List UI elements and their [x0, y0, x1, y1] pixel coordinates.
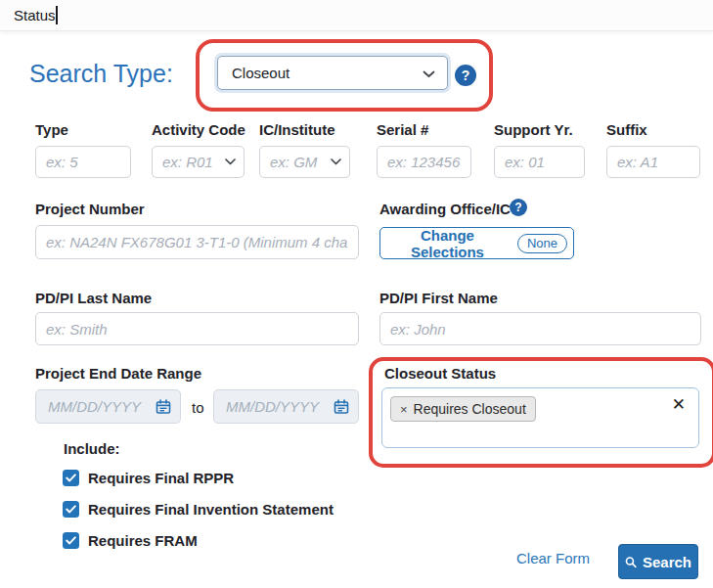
- serial-input[interactable]: [377, 146, 471, 178]
- support-yr-input[interactable]: [494, 146, 585, 178]
- date-from-input[interactable]: [36, 398, 156, 415]
- checkbox-requires-fram[interactable]: Requires FRAM: [63, 532, 198, 549]
- help-icon-search-type[interactable]: ?: [455, 65, 476, 86]
- project-number-label: Project Number: [35, 201, 145, 217]
- pdpi-first-name-input[interactable]: [379, 312, 701, 345]
- awarding-office-label: Awarding Office/IC: [379, 201, 511, 217]
- search-type-label: Search Type:: [29, 60, 173, 88]
- checkbox-requires-final-rppr[interactable]: Requires Final RPPR: [63, 470, 234, 486]
- ic-institute-dropdown[interactable]: [259, 146, 350, 178]
- support-yr-label: Support Yr.: [494, 121, 573, 138]
- search-button-label: Search: [643, 554, 691, 570]
- suffix-input[interactable]: [606, 146, 700, 178]
- tag-label: Requires Closeout: [414, 401, 526, 417]
- chevron-down-icon: [331, 158, 341, 165]
- closeout-status-label: Closeout Status: [384, 365, 496, 382]
- type-input[interactable]: [35, 146, 131, 178]
- suffix-label: Suffix: [606, 121, 647, 138]
- tab-status[interactable]: Status: [14, 7, 56, 23]
- project-number-input[interactable]: [35, 225, 359, 259]
- activity-code-dropdown[interactable]: [152, 146, 245, 178]
- serial-label: Serial #: [377, 121, 428, 138]
- clear-selection-icon[interactable]: ✕: [672, 396, 686, 413]
- calendar-icon: [156, 399, 171, 415]
- ic-institute-input[interactable]: [260, 154, 331, 170]
- clear-form-link[interactable]: Clear Form: [516, 550, 590, 566]
- checkbox-checked-icon[interactable]: [63, 470, 79, 486]
- calendar-icon: [334, 399, 349, 415]
- include-label: Include:: [64, 440, 120, 457]
- checkbox-label: Requires FRAM: [88, 532, 198, 549]
- search-type-dropdown[interactable]: Closeout: [217, 56, 448, 90]
- checkbox-requires-final-invention-statement[interactable]: Requires Final Invention Statement: [63, 501, 334, 518]
- selected-tag-requires-closeout[interactable]: × Requires Closeout: [390, 396, 536, 422]
- date-from-field[interactable]: [35, 389, 181, 424]
- checkbox-checked-icon[interactable]: [63, 501, 79, 518]
- tab-bar: Status: [0, 0, 713, 31]
- tag-remove-icon[interactable]: ×: [400, 402, 408, 417]
- search-icon: [625, 555, 637, 569]
- search-type-value: Closeout: [232, 65, 290, 81]
- pdpi-last-name-label: PD/PI Last Name: [35, 290, 152, 306]
- closeout-status-multiselect[interactable]: × Requires Closeout ✕: [381, 387, 699, 448]
- closeout-search-page: Status Search Type: Closeout ? Type Acti…: [0, 0, 713, 588]
- type-label: Type: [35, 121, 68, 138]
- checkbox-label: Requires Final Invention Statement: [88, 501, 334, 518]
- date-range-separator: to: [192, 399, 204, 416]
- date-range-label: Project End Date Range: [35, 365, 201, 382]
- date-to-input[interactable]: [214, 398, 334, 415]
- help-icon-awarding-office[interactable]: ?: [510, 199, 527, 216]
- activity-code-label: Activity Code: [152, 121, 245, 138]
- ic-institute-label: IC/Institute: [259, 121, 335, 138]
- chevron-down-icon: [225, 158, 236, 165]
- selections-count-badge: None: [517, 234, 567, 253]
- chevron-down-icon: [423, 65, 435, 81]
- activity-code-input[interactable]: [153, 154, 225, 170]
- search-button[interactable]: Search: [618, 544, 698, 579]
- text-cursor: [56, 6, 58, 24]
- checkbox-checked-icon[interactable]: [63, 532, 79, 549]
- change-selections-label: Change Selections: [386, 227, 509, 260]
- pdpi-first-name-label: PD/PI First Name: [379, 290, 498, 306]
- checkbox-label: Requires Final RPPR: [88, 470, 234, 486]
- pdpi-last-name-input[interactable]: [35, 312, 359, 345]
- change-selections-button[interactable]: Change Selections None: [379, 227, 574, 259]
- date-to-field[interactable]: [213, 389, 359, 424]
